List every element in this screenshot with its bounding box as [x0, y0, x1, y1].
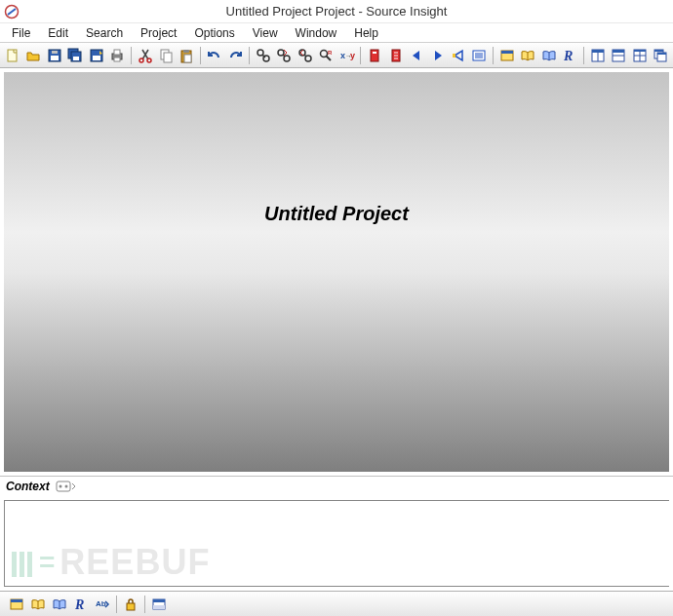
bottom-toolbar: R Ab	[0, 591, 673, 616]
main-toolbar: R x→y R	[0, 43, 673, 68]
bb-ab-arrow-button[interactable]: Ab	[92, 594, 113, 615]
nav-back-button[interactable]	[406, 45, 426, 66]
toolbar-separator	[493, 47, 494, 64]
context-body[interactable]	[4, 500, 669, 587]
svg-text:R: R	[74, 597, 84, 612]
svg-rect-32	[373, 52, 376, 54]
copy-button[interactable]	[155, 45, 176, 66]
book-open-button[interactable]	[518, 45, 538, 66]
svg-rect-59	[153, 605, 165, 609]
tile-vert-button[interactable]	[608, 45, 628, 66]
menu-project[interactable]: Project	[133, 25, 184, 41]
svg-text:Ab: Ab	[96, 599, 106, 608]
find-button[interactable]	[253, 45, 273, 66]
nav-up-button[interactable]	[448, 45, 468, 66]
svg-rect-19	[184, 55, 191, 62]
workspace: Untitled Project	[0, 68, 673, 476]
svg-rect-56	[127, 603, 135, 610]
svg-rect-40	[592, 50, 604, 53]
svg-text:y: y	[350, 51, 355, 60]
context-header: Context	[0, 477, 673, 496]
editor-area[interactable]: Untitled Project	[4, 72, 669, 472]
svg-point-21	[263, 56, 269, 61]
svg-rect-1	[8, 50, 17, 61]
bookmark-list-button[interactable]	[385, 45, 406, 66]
tile-cascade-button[interactable]	[650, 45, 670, 66]
toolbar-separator	[200, 47, 201, 64]
svg-point-13	[139, 58, 143, 62]
svg-rect-34	[453, 54, 455, 58]
svg-rect-16	[164, 53, 172, 62]
context-label: Context	[6, 480, 50, 493]
svg-rect-49	[57, 481, 70, 491]
app-icon	[4, 4, 20, 19]
relation-script-button[interactable]: R	[560, 45, 580, 66]
paste-button[interactable]	[177, 45, 197, 66]
bookmark-toggle-button[interactable]	[364, 45, 384, 66]
svg-rect-48	[657, 53, 666, 55]
svg-point-50	[59, 485, 61, 488]
svg-point-14	[147, 58, 151, 62]
bb-relation-button[interactable]: R	[70, 594, 92, 615]
menu-options[interactable]: Options	[186, 25, 242, 41]
tile-grid-button[interactable]	[629, 45, 650, 66]
save-as-button[interactable]	[86, 45, 106, 66]
svg-rect-12	[114, 58, 120, 61]
save-button[interactable]	[44, 45, 64, 66]
symbol-window-button[interactable]	[496, 45, 517, 66]
save-all-button[interactable]	[64, 45, 85, 66]
find-next-button[interactable]	[274, 45, 295, 66]
svg-text:R: R	[563, 49, 573, 63]
menu-window[interactable]: Window	[288, 25, 345, 41]
bb-book-reference-button[interactable]	[49, 594, 70, 615]
svg-rect-44	[634, 50, 646, 52]
print-button[interactable]	[106, 45, 127, 66]
tile-horiz-button[interactable]	[587, 45, 608, 66]
rename-button[interactable]: x→y	[336, 45, 357, 66]
svg-rect-42	[613, 50, 624, 53]
menu-edit[interactable]: Edit	[40, 25, 76, 41]
bb-book-open-button[interactable]	[27, 594, 49, 615]
toolbar-separator	[144, 596, 145, 613]
menu-help[interactable]: Help	[346, 25, 386, 41]
find-prev-button[interactable]	[295, 45, 315, 66]
context-settings-icon[interactable]	[56, 480, 75, 493]
svg-point-51	[64, 485, 67, 488]
menubar: File Edit Search Project Options View Wi…	[0, 23, 673, 43]
svg-rect-3	[51, 56, 59, 60]
toolbar-separator	[360, 47, 361, 64]
toolbar-separator	[583, 47, 584, 64]
undo-button[interactable]	[204, 45, 224, 66]
bb-symbol-window-button[interactable]	[6, 594, 27, 615]
svg-rect-53	[11, 599, 22, 602]
svg-rect-31	[371, 50, 378, 61]
toolbar-separator	[116, 596, 117, 613]
book-reference-button[interactable]	[538, 45, 559, 66]
new-file-button[interactable]	[2, 45, 22, 66]
svg-rect-9	[93, 56, 100, 60]
bb-panel-button[interactable]	[148, 594, 170, 615]
cut-button[interactable]	[135, 45, 155, 66]
svg-rect-58	[153, 599, 165, 602]
menu-view[interactable]: View	[245, 25, 286, 41]
menu-search[interactable]: Search	[78, 25, 131, 41]
nav-forward-button[interactable]	[427, 45, 448, 66]
svg-rect-37	[501, 51, 513, 54]
redo-button[interactable]	[225, 45, 246, 66]
project-title: Untitled Project	[264, 203, 409, 225]
window-title: Untitled Project Project - Source Insigh…	[0, 4, 673, 19]
context-panel: Context	[0, 476, 673, 591]
svg-text:R: R	[328, 50, 333, 56]
replace-button[interactable]: R	[315, 45, 336, 66]
toolbar-separator	[249, 47, 250, 64]
svg-rect-4	[52, 51, 58, 54]
open-button[interactable]	[22, 45, 43, 66]
svg-point-26	[321, 50, 328, 57]
svg-rect-11	[114, 50, 120, 55]
menu-file[interactable]: File	[4, 25, 38, 41]
svg-rect-7	[73, 57, 79, 60]
svg-rect-18	[183, 50, 189, 53]
bb-lock-button[interactable]	[120, 594, 141, 615]
nav-list-button[interactable]	[469, 45, 490, 66]
toolbar-separator	[131, 47, 132, 64]
